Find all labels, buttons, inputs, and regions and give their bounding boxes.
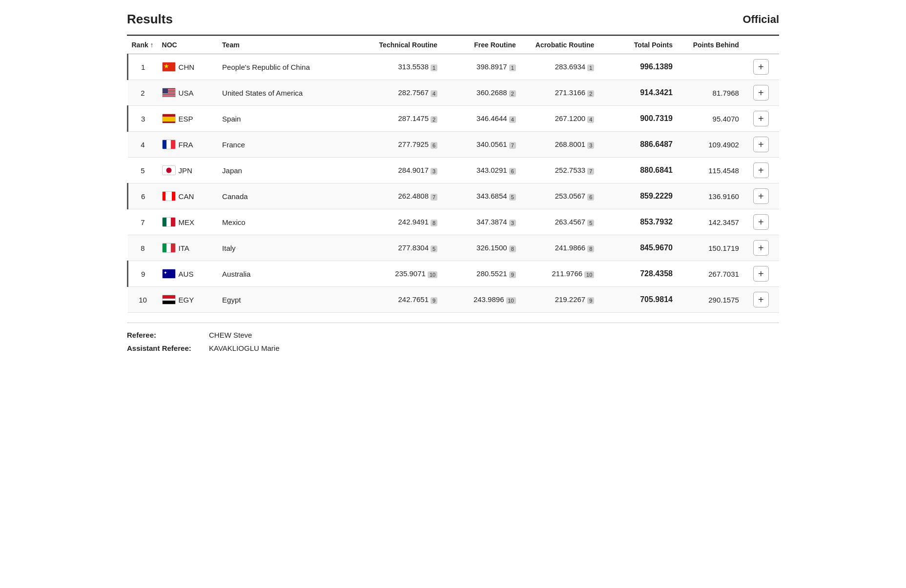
total-points: 853.7932 — [598, 209, 677, 235]
technical-score: 313.55381 — [363, 54, 442, 80]
acrobatic-rank: 1 — [587, 64, 594, 71]
noc-code: CAN — [179, 192, 194, 201]
expand-cell[interactable]: + — [743, 235, 779, 261]
assistant-referee-value: KAVAKLIOGLU Marie — [209, 344, 280, 352]
expand-button[interactable]: + — [753, 59, 769, 75]
technical-rank: 1 — [431, 64, 437, 71]
technical-rank: 3 — [431, 168, 437, 175]
free-score: 243.989610 — [441, 287, 520, 313]
col-header-noc: NOC — [158, 36, 219, 54]
points-behind: 290.1575 — [677, 287, 743, 313]
team-name: People's Republic of China — [218, 54, 363, 80]
expand-cell[interactable]: + — [743, 287, 779, 313]
expand-button[interactable]: + — [753, 137, 769, 152]
rank-cell: 6 — [128, 183, 158, 209]
total-points: 728.4358 — [598, 261, 677, 287]
table-row: 1 CHN People's Republic of China 313.553… — [128, 54, 780, 80]
noc-cell: AUS — [158, 261, 219, 287]
free-rank: 5 — [509, 194, 516, 201]
flag-icon — [162, 62, 176, 72]
technical-rank: 8 — [431, 220, 437, 226]
rank-cell: 8 — [128, 235, 158, 261]
expand-cell[interactable]: + — [743, 132, 779, 158]
technical-rank: 9 — [431, 297, 437, 304]
technical-score: 262.48087 — [363, 183, 442, 209]
noc-code: ESP — [179, 115, 193, 123]
flag-icon — [162, 295, 176, 304]
rank-cell: 5 — [128, 158, 158, 183]
technical-rank: 7 — [431, 194, 437, 201]
noc-cell: EGY — [158, 287, 219, 313]
expand-button[interactable]: + — [753, 162, 769, 178]
free-rank: 10 — [506, 297, 516, 304]
noc-code: FRA — [179, 141, 193, 149]
expand-cell[interactable]: + — [743, 106, 779, 132]
expand-cell[interactable]: + — [743, 54, 779, 80]
table-row: 3 ESP Spain 287.14752 346.46444 267.1200… — [128, 106, 780, 132]
acrobatic-rank: 3 — [587, 142, 594, 149]
table-row: 9 AUS Australia 235.907110 280.55219 211… — [128, 261, 780, 287]
acrobatic-score: 241.98668 — [520, 235, 598, 261]
expand-button[interactable]: + — [753, 85, 769, 101]
col-header-team: Team — [218, 36, 363, 54]
expand-button[interactable]: + — [753, 188, 769, 204]
technical-score: 235.907110 — [363, 261, 442, 287]
points-behind — [677, 54, 743, 80]
acrobatic-rank: 5 — [587, 220, 594, 226]
flag-icon — [162, 140, 176, 149]
free-rank: 3 — [509, 220, 516, 226]
table-row: 7 MEX Mexico 242.94918 347.38743 263.456… — [128, 209, 780, 235]
referee-value: CHEW Steve — [209, 331, 252, 339]
expand-cell[interactable]: + — [743, 80, 779, 106]
expand-cell[interactable]: + — [743, 261, 779, 287]
acrobatic-rank: 10 — [584, 271, 594, 278]
flag-icon — [162, 114, 176, 123]
flag-icon — [162, 88, 176, 98]
free-rank: 4 — [509, 116, 516, 123]
team-name: Mexico — [218, 209, 363, 235]
technical-rank: 10 — [428, 271, 437, 278]
table-row: 6 CAN Canada 262.48087 343.68545 253.056… — [128, 183, 780, 209]
noc-code: USA — [179, 89, 194, 97]
total-points: 900.7319 — [598, 106, 677, 132]
free-score: 346.46444 — [441, 106, 520, 132]
free-score: 343.68545 — [441, 183, 520, 209]
rank-cell: 4 — [128, 132, 158, 158]
table-row: 4 FRA France 277.79256 340.05617 268.800… — [128, 132, 780, 158]
expand-button[interactable]: + — [753, 214, 769, 230]
noc-code: AUS — [179, 270, 194, 278]
noc-cell: FRA — [158, 132, 219, 158]
free-rank: 7 — [509, 142, 516, 149]
total-points: 705.9814 — [598, 287, 677, 313]
technical-rank: 6 — [431, 142, 437, 149]
technical-score: 242.76519 — [363, 287, 442, 313]
technical-score: 287.14752 — [363, 106, 442, 132]
acrobatic-rank: 4 — [587, 116, 594, 123]
noc-cell: USA — [158, 80, 219, 106]
total-points: 886.6487 — [598, 132, 677, 158]
expand-cell[interactable]: + — [743, 209, 779, 235]
free-rank: 9 — [509, 271, 516, 278]
acrobatic-score: 267.12004 — [520, 106, 598, 132]
total-points: 914.3421 — [598, 80, 677, 106]
free-rank: 6 — [509, 168, 516, 175]
team-name: France — [218, 132, 363, 158]
expand-button[interactable]: + — [753, 111, 769, 126]
total-points: 996.1389 — [598, 54, 677, 80]
expand-cell[interactable]: + — [743, 183, 779, 209]
acrobatic-score: 252.75337 — [520, 158, 598, 183]
team-name: Egypt — [218, 287, 363, 313]
free-score: 398.89171 — [441, 54, 520, 80]
rank-cell: 2 — [128, 80, 158, 106]
expand-cell[interactable]: + — [743, 158, 779, 183]
acrobatic-score: 271.31662 — [520, 80, 598, 106]
expand-button[interactable]: + — [753, 240, 769, 256]
free-score: 343.02916 — [441, 158, 520, 183]
total-points: 859.2229 — [598, 183, 677, 209]
expand-button[interactable]: + — [753, 266, 769, 282]
technical-score: 242.94918 — [363, 209, 442, 235]
points-behind: 95.4070 — [677, 106, 743, 132]
expand-button[interactable]: + — [753, 292, 769, 307]
col-header-free: Free Routine — [441, 36, 520, 54]
col-header-acrobatic: Acrobatic Routine — [520, 36, 598, 54]
